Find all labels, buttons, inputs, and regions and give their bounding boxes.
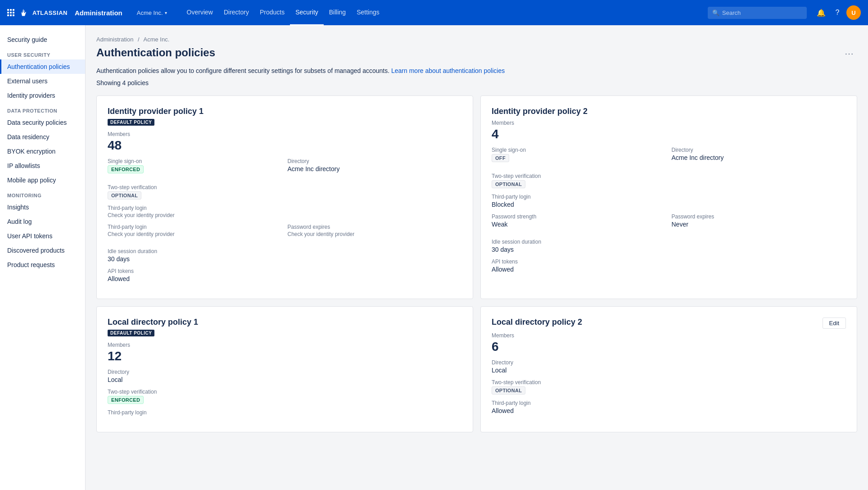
- nav-products[interactable]: Products: [254, 0, 290, 25]
- search-input[interactable]: [722, 9, 802, 16]
- policy-card-1: Identity provider policy 1 DEFAULT POLIC…: [96, 95, 473, 299]
- sidebar-item-data-security-policies[interactable]: Data security policies: [0, 115, 85, 130]
- search-icon: 🔍: [712, 9, 719, 16]
- sidebar-item-user-api-tokens[interactable]: User API tokens: [0, 229, 85, 243]
- nav-settings[interactable]: Settings: [351, 0, 385, 25]
- nav-security[interactable]: Security: [290, 0, 324, 25]
- sidebar-item-discovered-products[interactable]: Discovered products: [0, 243, 85, 258]
- sidebar-item-audit-log[interactable]: Audit log: [0, 214, 85, 229]
- policy-2-3rdparty: Third-party login Blocked: [492, 194, 846, 208]
- avatar[interactable]: U: [846, 5, 861, 20]
- policy-3-2sv: Two-step verification ENFORCED: [108, 389, 462, 404]
- topnav: ATLASSIAN Administration Acme Inc. ▾ Ove…: [0, 0, 868, 25]
- nav-overview[interactable]: Overview: [181, 0, 218, 25]
- sidebar-section-user-security: USER SECURITY: [0, 47, 85, 59]
- policy-1-sso-directory: Single sign-on ENFORCED Directory Acme I…: [108, 158, 462, 179]
- policies-grid: Identity provider policy 1 DEFAULT POLIC…: [96, 95, 857, 432]
- org-selector[interactable]: Acme Inc. ▾: [133, 8, 171, 18]
- policy-2-api-tokens: API tokens Allowed: [492, 259, 846, 273]
- policy-2-members: Members 4: [492, 120, 846, 141]
- policy-2-sso-directory: Single sign-on OFF Directory Acme Inc di…: [492, 147, 846, 168]
- policy-card-4-header: Local directory policy 2 Edit: [492, 318, 846, 329]
- policy-3-directory: Directory Local: [108, 369, 462, 383]
- policy-4-2sv: Two-step verification OPTIONAL: [492, 379, 846, 395]
- sidebar-item-byok-encryption[interactable]: BYOK encryption: [0, 144, 85, 159]
- policy-4-2sv-badge: OPTIONAL: [492, 386, 525, 395]
- breadcrumb-admin[interactable]: Administration: [96, 36, 133, 43]
- policy-1-members: Members 48: [108, 131, 462, 153]
- policy-card-4: Local directory policy 2 Edit Members 6 …: [480, 306, 857, 432]
- help-icon[interactable]: ?: [830, 5, 845, 20]
- policy-1-sso-badge: ENFORCED: [108, 165, 144, 173]
- main-content: Administration / Acme Inc. Authenticatio…: [86, 25, 868, 490]
- policy-card-2: Identity provider policy 2 Members 4 Sin…: [480, 95, 857, 299]
- policy-2-2sv: Two-step verification OPTIONAL: [492, 173, 846, 188]
- org-name: Acme Inc.: [137, 9, 163, 16]
- sidebar-item-mobile-app-policy[interactable]: Mobile app policy: [0, 173, 85, 187]
- policy-1-name: Identity provider policy 1: [108, 107, 203, 116]
- sidebar-item-identity-providers[interactable]: Identity providers: [0, 88, 85, 103]
- main-layout: Security guide USER SECURITY Authenticat…: [0, 25, 868, 490]
- policy-1-2sv-badge: OPTIONAL: [108, 191, 141, 200]
- policy-1-api-tokens: API tokens Allowed: [108, 268, 462, 282]
- grid-icon: [7, 9, 14, 16]
- policy-2-name: Identity provider policy 2: [492, 107, 588, 116]
- policy-2-2sv-badge: OPTIONAL: [492, 180, 525, 188]
- topnav-action-icons: 🔔 ? U: [814, 5, 861, 20]
- policy-card-3-header: Local directory policy 1: [108, 318, 462, 327]
- policy-4-edit-button[interactable]: Edit: [823, 318, 846, 329]
- policy-1-2sv: Two-step verification OPTIONAL: [108, 184, 462, 200]
- policy-4-directory: Directory Local: [492, 359, 846, 374]
- more-options-button[interactable]: ⋯: [841, 46, 857, 61]
- policy-2-password: Password strength Weak Password expires …: [492, 213, 846, 233]
- breadcrumb-separator: /: [138, 36, 140, 43]
- policy-4-members: Members 6: [492, 332, 846, 354]
- policy-3-members: Members 12: [108, 342, 462, 363]
- policy-4-3rdparty: Third-party login Allowed: [492, 400, 846, 414]
- policy-1-3rdparty-passwords: Third-party login Check your identity pr…: [108, 224, 462, 243]
- sidebar-section-data-protection: DATA PROTECTION: [0, 103, 85, 115]
- search-bar[interactable]: 🔍: [708, 7, 807, 19]
- policy-1-idle-session: Idle session duration 30 days: [108, 248, 462, 263]
- sidebar-item-external-users[interactable]: External users: [0, 74, 85, 88]
- page-header: Authentication policies ⋯: [96, 46, 857, 61]
- policy-card-3: Local directory policy 1 DEFAULT POLICY …: [96, 306, 473, 432]
- nav-billing[interactable]: Billing: [324, 0, 351, 25]
- sidebar-section-monitoring: MONITORING: [0, 187, 85, 200]
- page-description: Authentication policies allow you to con…: [96, 66, 857, 76]
- policy-3-2sv-badge: ENFORCED: [108, 396, 144, 404]
- sidebar-item-ip-allowlists[interactable]: IP allowlists: [0, 159, 85, 173]
- chevron-down-icon: ▾: [165, 10, 167, 15]
- breadcrumb: Administration / Acme Inc.: [96, 36, 857, 43]
- sidebar-item-authentication-policies[interactable]: Authentication policies: [0, 59, 85, 74]
- sidebar-item-data-residency[interactable]: Data residency: [0, 130, 85, 144]
- breadcrumb-org[interactable]: Acme Inc.: [144, 36, 170, 43]
- page-title: Authentication policies: [96, 46, 215, 59]
- atlassian-logo-icon: [18, 7, 29, 18]
- sidebar-item-insights[interactable]: Insights: [0, 200, 85, 214]
- atlassian-text: ATLASSIAN: [32, 9, 68, 16]
- nav-directory[interactable]: Directory: [218, 0, 254, 25]
- policy-2-sso-badge: OFF: [492, 154, 509, 162]
- policy-2-idle-session: Idle session duration 30 days: [492, 239, 846, 253]
- learn-more-link[interactable]: Learn more about authentication policies: [391, 67, 505, 74]
- sidebar-item-security-guide[interactable]: Security guide: [0, 32, 85, 47]
- policy-1-3rdparty1: Third-party login Check your identity pr…: [108, 205, 462, 218]
- policy-card-1-header: Identity provider policy 1: [108, 107, 462, 116]
- policy-3-3rdparty: Third-party login: [108, 409, 462, 416]
- policy-card-2-header: Identity provider policy 2: [492, 107, 846, 116]
- policy-1-default-badge: DEFAULT POLICY: [108, 119, 154, 126]
- showing-label: Showing 4 policies: [96, 79, 857, 86]
- top-navigation: Overview Directory Products Security Bil…: [181, 0, 385, 25]
- policy-4-name: Local directory policy 2: [492, 318, 582, 327]
- notifications-icon[interactable]: 🔔: [814, 5, 828, 20]
- sidebar-item-product-requests[interactable]: Product requests: [0, 258, 85, 272]
- sidebar: Security guide USER SECURITY Authenticat…: [0, 25, 86, 490]
- app-brand: Administration: [75, 9, 122, 17]
- policy-3-default-badge: DEFAULT POLICY: [108, 330, 154, 336]
- app-logo[interactable]: ATLASSIAN: [7, 7, 68, 18]
- policy-3-name: Local directory policy 1: [108, 318, 198, 327]
